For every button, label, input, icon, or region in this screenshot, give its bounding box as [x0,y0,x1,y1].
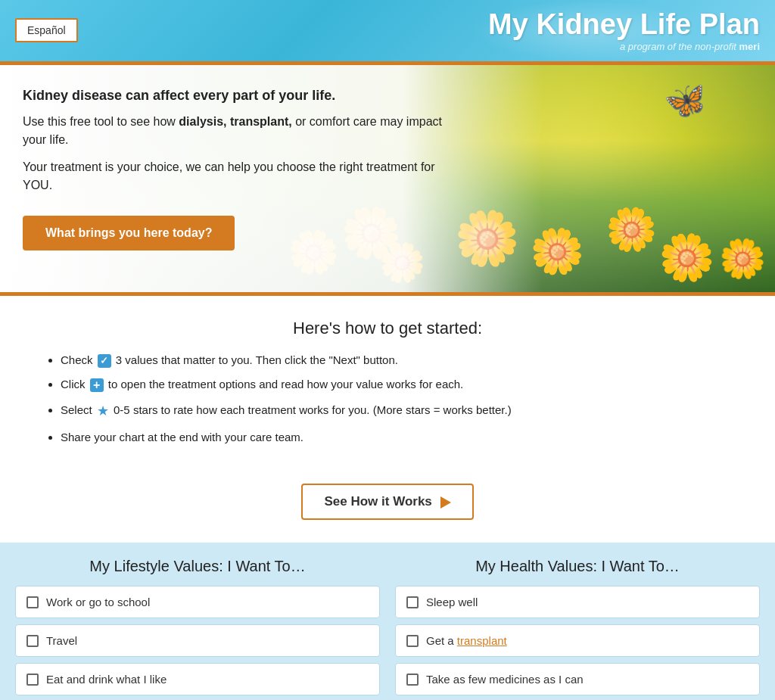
list-item: Sleep well [395,586,760,618]
checkbox-eat-drink[interactable] [26,674,39,686]
step-3: Select ★ 0-5 stars to rate how each trea… [61,401,730,422]
lifestyle-heading: My Lifestyle Values: I Want To… [15,558,380,575]
step-2: Click + to open the treatment options an… [61,376,730,394]
list-item: Get a transplant [395,624,760,657]
hero-body2: Your treatment is your choice, we can he… [23,158,462,194]
checkbox-travel[interactable] [26,635,39,647]
hero-content: Kidney disease can affect every part of … [23,88,462,250]
header-title-block: My Kidney Life Plan a program of the non… [488,9,760,52]
plus-icon: + [90,378,104,392]
hero-headline: Kidney disease can affect every part of … [23,88,462,104]
transplant-link[interactable]: transplant [457,634,507,647]
step-4: Share your chart at the end with your ca… [61,429,730,446]
list-item: Take as few medicines as I can [395,663,760,695]
health-heading: My Health Values: I Want To… [395,558,760,575]
values-section: My Lifestyle Values: I Want To… Work or … [0,543,775,700]
lifestyle-column: My Lifestyle Values: I Want To… Work or … [15,558,380,700]
checkbox-work-school[interactable] [26,596,39,608]
checkbox-sleep-well[interactable] [406,596,419,608]
check-icon [98,354,111,368]
hero-section: 🌼 🌼 🌼 🌼 🌼 🌼 🌼 🌼 🦋 Kidney disease can aff… [0,65,775,292]
see-how-button[interactable]: See How it Works [301,484,473,520]
values-grid: My Lifestyle Values: I Want To… Work or … [15,558,760,700]
instructions-section: Here's how to get started: Check 3 value… [0,296,775,469]
list-item: Travel [15,624,380,657]
play-icon [440,496,451,509]
site-title: My Kidney Life Plan [488,9,760,41]
page-header: Español My Kidney Life Plan a program of… [0,0,775,61]
checkbox-few-medicines[interactable] [406,674,419,686]
list-item: Work or go to school [15,586,380,618]
see-how-container: See How it Works [0,468,775,543]
hero-body1: Use this free tool to see how dialysis, … [23,113,462,149]
cta-button[interactable]: What brings you here today? [23,216,235,250]
instructions-list: Check 3 values that matter to you. Then … [45,352,730,446]
health-column: My Health Values: I Want To… Sleep well … [395,558,760,700]
checkbox-transplant[interactable] [406,635,419,647]
list-item: Eat and drink what I like [15,663,380,695]
site-subtitle: a program of the non-profit meri [488,41,760,52]
step-1: Check 3 values that matter to you. Then … [61,352,730,369]
star-icon: ★ [97,401,109,422]
espanol-button[interactable]: Español [15,18,78,42]
instructions-heading: Here's how to get started: [45,319,730,338]
